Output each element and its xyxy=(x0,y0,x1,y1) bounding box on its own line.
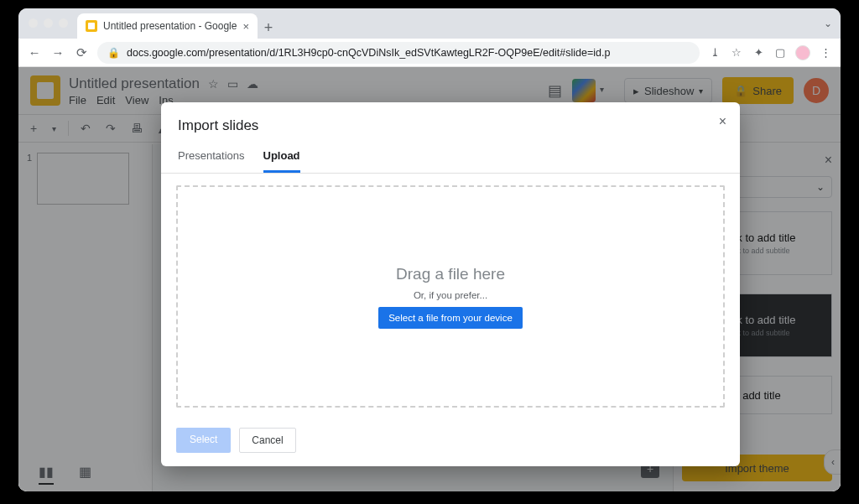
slides-favicon-icon xyxy=(86,20,97,32)
cancel-button-label: Cancel xyxy=(252,434,283,446)
select-button-label: Select xyxy=(190,434,217,445)
reload-icon[interactable]: ⟳ xyxy=(74,45,89,60)
tab-title: Untitled presentation - Google xyxy=(103,20,237,32)
tab-presentations[interactable]: Presentations xyxy=(178,143,245,173)
modal-footer: Select Cancel xyxy=(161,419,740,466)
install-app-icon[interactable]: ⤓ xyxy=(708,46,721,60)
drop-heading: Drag a file here xyxy=(396,265,505,283)
close-window-icon[interactable] xyxy=(29,18,38,28)
tabs-overflow-icon[interactable]: ⌄ xyxy=(824,18,832,29)
browser-window: Untitled presentation - Google × + ⌄ ← →… xyxy=(18,8,841,491)
tab-close-icon[interactable]: × xyxy=(242,20,249,33)
forward-icon[interactable]: → xyxy=(50,45,65,60)
import-slides-modal: Import slides × Presentations Upload Dra… xyxy=(161,102,740,466)
url-field[interactable]: 🔒 docs.google.com/presentation/d/1RL3H9c… xyxy=(97,42,700,64)
browser-tabstrip: Untitled presentation - Google × + ⌄ xyxy=(18,8,841,39)
select-file-label: Select a file from your device xyxy=(388,313,513,323)
cancel-button[interactable]: Cancel xyxy=(239,428,295,453)
mac-traffic-lights xyxy=(29,18,68,28)
maximize-window-icon[interactable] xyxy=(59,18,68,28)
select-file-button[interactable]: Select a file from your device xyxy=(378,307,523,329)
back-icon[interactable]: ← xyxy=(27,45,42,60)
file-drop-area[interactable]: Drag a file here Or, if you prefer... Se… xyxy=(176,185,725,408)
extension-square-icon[interactable]: ▢ xyxy=(773,46,787,60)
extensions-icon[interactable]: ✦ xyxy=(752,46,765,60)
minimize-window-icon[interactable] xyxy=(44,18,53,28)
modal-close-icon[interactable]: × xyxy=(719,114,726,129)
select-button[interactable]: Select xyxy=(176,428,231,453)
star-icon[interactable]: ☆ xyxy=(730,46,743,60)
browser-tab-active[interactable]: Untitled presentation - Google × xyxy=(77,13,258,39)
lock-icon: 🔒 xyxy=(107,47,120,59)
kebab-menu-icon[interactable]: ⋮ xyxy=(819,46,832,60)
drop-subtext: Or, if you prefer... xyxy=(414,290,487,300)
modal-tabs: Presentations Upload xyxy=(161,143,740,174)
url-text: docs.google.com/presentation/d/1RL3H9cp0… xyxy=(127,47,610,59)
browser-address-bar: ← → ⟳ 🔒 docs.google.com/presentation/d/1… xyxy=(18,39,841,67)
new-tab-button[interactable]: + xyxy=(258,17,279,39)
modal-title: Import slides xyxy=(161,102,740,143)
profile-avatar-icon[interactable] xyxy=(795,45,810,60)
tab-upload[interactable]: Upload xyxy=(263,143,300,173)
